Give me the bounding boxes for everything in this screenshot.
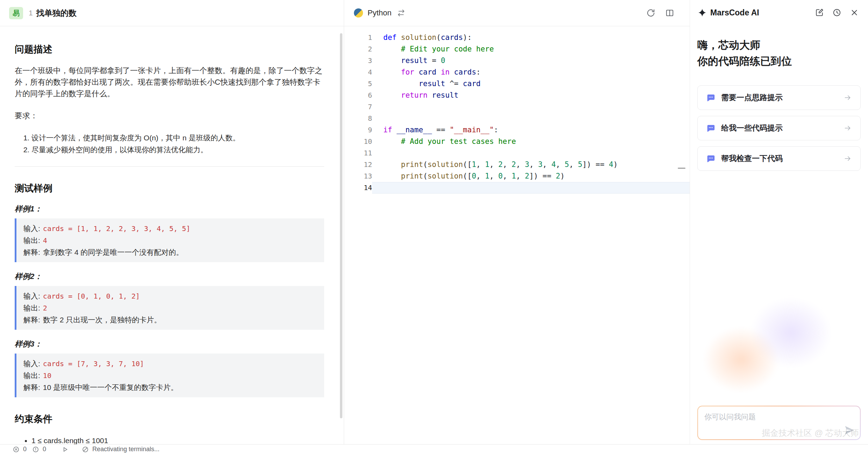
sample-input: 输入:cards = [1, 1, 2, 2, 3, 3, 4, 5, 5] — [23, 223, 317, 235]
line-number: 8 — [344, 113, 372, 124]
refresh-icon[interactable] — [646, 8, 655, 18]
history-icon[interactable] — [832, 8, 841, 17]
sample-output: 输出:10 — [23, 370, 317, 382]
description-heading: 问题描述 — [15, 43, 324, 56]
sample-label: 样例3： — [15, 339, 324, 349]
marscode-logo-icon — [698, 8, 707, 17]
code-line[interactable]: # Edit your code here — [372, 43, 690, 55]
warning-count[interactable]: 0 — [43, 446, 46, 453]
ai-assistant-panel: MarsCode AI 嗨，芯动大师 你的代码陪 — [690, 0, 868, 444]
ai-title: MarsCode AI — [710, 8, 759, 18]
code-line[interactable]: if __name__ == "__main__": — [372, 124, 690, 136]
main-area: 易 1 找单独的数 问题描述 在一个班级中，每位同学都拿到了一张卡片，上面有一个… — [0, 0, 868, 444]
code-line[interactable] — [372, 113, 690, 124]
error-icon[interactable] — [13, 446, 20, 453]
code-line[interactable]: def solution(cards): — [372, 32, 690, 43]
split-editor-icon[interactable] — [665, 8, 674, 18]
samples-heading: 测试样例 — [15, 182, 324, 195]
status-message[interactable]: Reactivating terminals... — [92, 446, 159, 453]
close-icon[interactable] — [850, 8, 859, 17]
ai-header: MarsCode AI — [690, 0, 868, 25]
run-icon[interactable] — [62, 446, 69, 453]
line-number: 1 — [344, 32, 372, 43]
line-number: 12 — [344, 159, 372, 170]
sample-label: 样例1： — [15, 204, 324, 214]
sample-input: 输入:cards = [7, 3, 3, 7, 10] — [23, 358, 317, 370]
sync-blocked-icon — [82, 446, 89, 453]
sample-output: 输出:2 — [23, 302, 317, 314]
watermark: 掘金技术社区 @ 芯动大师 — [762, 427, 859, 439]
code-line[interactable] — [372, 101, 690, 113]
arrow-right-icon — [844, 93, 852, 102]
sample-quote: 输入:cards = [0, 1, 0, 1, 2] 输出:2 解释:数字 2 … — [15, 286, 324, 330]
constraints-list: 1 ≤ cards.length ≤ 1001 0 ≤ cards[i] ≤ 1… — [15, 434, 324, 444]
constraints-heading: 约束条件 — [15, 413, 324, 425]
line-number: 4 — [344, 67, 372, 78]
ai-greeting: 嗨，芯动大师 你的代码陪练已到位 — [697, 37, 861, 69]
python-icon — [354, 8, 363, 18]
code-line[interactable]: print(solution([0, 1, 0, 1, 2]) == 2) — [372, 170, 690, 182]
requirements-label: 要求： — [15, 110, 324, 121]
editor-header: Python — [344, 0, 690, 26]
sample-explain: 解释:10 是班级中唯一一个不重复的数字卡片。 — [23, 382, 317, 393]
ai-suggestion-list: 需要一点思路提示 给我一些代码提示 — [697, 85, 861, 171]
line-number: 9 — [344, 124, 372, 136]
line-number: 14 — [344, 182, 372, 194]
problem-number: 1 — [29, 9, 33, 17]
line-number: 7 — [344, 101, 372, 113]
sample-input: 输入:cards = [0, 1, 0, 1, 2] — [23, 290, 317, 302]
requirement-item: 尽量减少额外空间的使用，以体现你的算法优化能力。 — [31, 144, 324, 156]
problem-scrollbar[interactable] — [340, 33, 342, 418]
line-number: 3 — [344, 55, 372, 67]
code-line[interactable] — [372, 182, 690, 194]
code-line[interactable]: return result — [372, 90, 690, 101]
difficulty-badge: 易 — [9, 7, 23, 19]
suggestion-card[interactable]: 给我一些代码提示 — [697, 116, 861, 140]
code-line[interactable]: result = 0 — [372, 55, 690, 67]
swap-language-icon[interactable] — [397, 8, 406, 18]
sample-quote: 输入:cards = [1, 1, 2, 2, 3, 3, 4, 5, 5] 输… — [15, 218, 324, 262]
sample-explain: 解释:数字 2 只出现一次，是独特的卡片。 — [23, 314, 317, 326]
problem-header: 易 1 找单独的数 — [0, 0, 344, 26]
chat-bubble-icon — [706, 124, 716, 133]
sample-quote: 输入:cards = [7, 3, 3, 7, 10] 输出:10 解释:10 … — [15, 354, 324, 397]
code-line[interactable]: result ^= card — [372, 78, 690, 90]
requirement-item: 设计一个算法，使其时间复杂度为 O(n)，其中 n 是班级的人数。 — [31, 132, 324, 144]
editor-ruler-marker — [678, 168, 685, 169]
editor-gutter[interactable]: 1234567891011121314 — [344, 32, 372, 444]
warning-icon[interactable] — [32, 446, 39, 453]
error-count[interactable]: 0 — [23, 446, 27, 453]
sample-explain: 解释:拿到数字 4 的同学是唯一一个没有配对的。 — [23, 246, 317, 258]
problem-content: 问题描述 在一个班级中，每位同学都拿到了一张卡片，上面有一个整数。有趣的是，除了… — [0, 26, 344, 444]
code-line[interactable]: print(solution([1, 1, 2, 2, 3, 3, 4, 5, … — [372, 159, 690, 170]
suggestion-card[interactable]: 需要一点思路提示 — [697, 85, 861, 110]
app-window: 易 1 找单独的数 问题描述 在一个班级中，每位同学都拿到了一张卡片，上面有一个… — [0, 0, 868, 454]
chat-bubble-icon — [706, 93, 716, 103]
new-chat-icon[interactable] — [815, 8, 824, 17]
divider — [15, 166, 324, 167]
language-label[interactable]: Python — [368, 8, 392, 18]
constraint-item: 1 ≤ cards.length ≤ 1001 — [31, 434, 324, 444]
code-line[interactable] — [372, 147, 690, 159]
code-line[interactable]: # Add your test cases here — [372, 136, 690, 147]
ai-body: 嗨，芯动大师 你的代码陪练已到位 需要一点思路提示 — [690, 25, 868, 406]
problem-panel: 易 1 找单独的数 问题描述 在一个班级中，每位同学都拿到了一张卡片，上面有一个… — [0, 0, 344, 444]
description-text: 在一个班级中，每位同学都拿到了一张卡片，上面有一个整数。有趣的是，除了一个数字之… — [15, 65, 324, 99]
status-bar: 0 0 Reactivating terminals... — [0, 444, 868, 454]
code-line[interactable]: for card in cards: — [372, 67, 690, 78]
editor-code[interactable]: def solution(cards): # Edit your code he… — [372, 32, 690, 444]
code-editor[interactable]: 1234567891011121314 def solution(cards):… — [344, 26, 690, 444]
problem-title: 找单独的数 — [36, 8, 77, 19]
ai-input-placeholder: 你可以问我问题 — [704, 413, 756, 421]
sample-output: 输出:4 — [23, 235, 317, 246]
line-number: 10 — [344, 136, 372, 147]
requirements-list: 设计一个算法，使其时间复杂度为 O(n)，其中 n 是班级的人数。 尽量减少额外… — [15, 132, 324, 156]
line-number: 2 — [344, 43, 372, 55]
editor-panel: Python 1234567891011121314 def solution(… — [344, 0, 690, 444]
sample-label: 样例2： — [15, 271, 324, 282]
line-number: 11 — [344, 147, 372, 159]
suggestion-card[interactable]: 帮我检查一下代码 — [697, 146, 861, 171]
arrow-right-icon — [844, 124, 852, 132]
arrow-right-icon — [844, 154, 852, 163]
line-number: 6 — [344, 90, 372, 101]
